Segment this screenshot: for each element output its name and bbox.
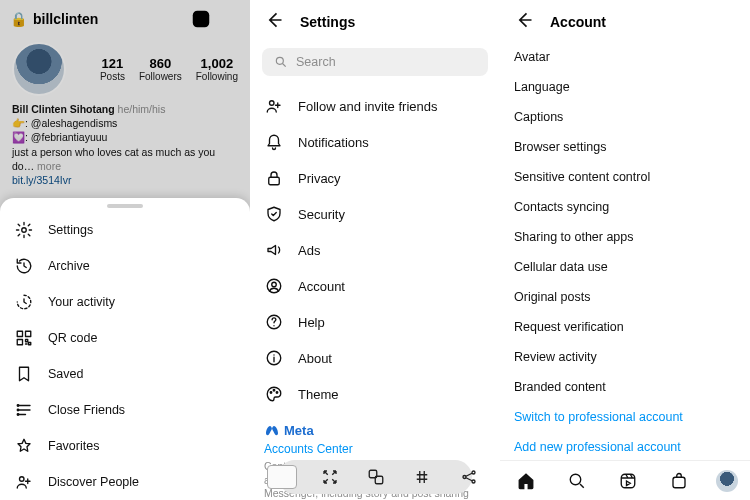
sheet-item-label: Saved: [48, 367, 83, 381]
svg-point-7: [17, 414, 19, 416]
account-title: Account: [550, 14, 606, 30]
svg-point-19: [276, 392, 278, 394]
notifications-icon: [264, 132, 284, 152]
sheet-item-label: Favorites: [48, 439, 99, 453]
settings-item-label: Follow and invite friends: [298, 99, 437, 114]
bio-link[interactable]: bit.ly/3514Ivr: [12, 174, 72, 186]
svg-point-8: [20, 477, 25, 482]
sheet-item-discover[interactable]: Discover People: [0, 464, 250, 500]
favorites-icon: [14, 436, 34, 456]
account-item[interactable]: Language: [514, 72, 736, 102]
settings-item-follow[interactable]: Follow and invite friends: [250, 88, 500, 124]
nav-shop-icon[interactable]: [665, 467, 693, 495]
account-item[interactable]: Browser settings: [514, 132, 736, 162]
sheet-item-favorites[interactable]: Favorites: [0, 428, 250, 464]
settings-item-label: Theme: [298, 387, 338, 402]
search-input[interactable]: Search: [262, 48, 488, 76]
account-item[interactable]: Avatar: [514, 42, 736, 72]
nav-profile-avatar[interactable]: [716, 470, 738, 492]
saved-icon: [14, 364, 34, 384]
avatar[interactable]: [12, 42, 66, 96]
sheet-item-settings[interactable]: Settings: [0, 212, 250, 248]
settings-item-label: Notifications: [298, 135, 369, 150]
profile-with-sheet-panel: 🔒 billclinten 121 Posts 860 Followers: [0, 0, 250, 500]
sheet-item-qr[interactable]: QR code: [0, 320, 250, 356]
svg-rect-27: [673, 477, 685, 488]
stat-posts[interactable]: 121 Posts: [100, 56, 125, 82]
security-icon: [264, 204, 284, 224]
sheet-item-label: Close Friends: [48, 403, 125, 417]
back-arrow-icon[interactable]: [514, 10, 534, 34]
bio-more[interactable]: more: [34, 160, 61, 172]
account-topbar: Account: [500, 0, 750, 42]
account-item[interactable]: Cellular data use: [514, 252, 736, 282]
svg-point-18: [273, 390, 275, 392]
account-item[interactable]: Contacts syncing: [514, 192, 736, 222]
hamburger-icon[interactable]: [218, 8, 240, 30]
discover-icon: [14, 472, 34, 492]
settings-item-help[interactable]: Help: [250, 304, 500, 340]
stat-followers[interactable]: 860 Followers: [139, 56, 182, 82]
svg-rect-12: [269, 177, 280, 185]
sheet-item-activity[interactable]: Your activity: [0, 284, 250, 320]
settings-topbar: Settings: [250, 0, 500, 42]
help-icon: [264, 312, 284, 332]
meta-brand-text: Meta: [284, 423, 314, 438]
qr-icon: [14, 328, 34, 348]
svg-rect-26: [621, 474, 635, 488]
account-item[interactable]: Sharing to other apps: [514, 222, 736, 252]
sheet-item-label: Discover People: [48, 475, 139, 489]
account-item[interactable]: Request verification: [514, 312, 736, 342]
account-icon: [264, 276, 284, 296]
settings-item-notifications[interactable]: Notifications: [250, 124, 500, 160]
toolbar-translate-icon[interactable]: [362, 463, 390, 491]
toolbar-recents-icon[interactable]: [267, 465, 297, 489]
stat-following-num: 1,002: [196, 56, 238, 71]
toolbar-share-icon[interactable]: [455, 463, 483, 491]
sheet-item-closefriends[interactable]: Close Friends: [0, 392, 250, 428]
settings-item-account[interactable]: Account: [250, 268, 500, 304]
sheet-item-archive[interactable]: Archive: [0, 248, 250, 284]
create-icon[interactable]: [190, 8, 212, 30]
nav-bar: [500, 460, 750, 500]
stat-following[interactable]: 1,002 Following: [196, 56, 238, 82]
account-link[interactable]: Add new professional account: [514, 432, 736, 462]
about-icon: [264, 348, 284, 368]
settings-item-label: Privacy: [298, 171, 341, 186]
settings-item-security[interactable]: Security: [250, 196, 500, 232]
ads-icon: [264, 240, 284, 260]
toolbar-expand-icon[interactable]: [316, 463, 344, 491]
follow-icon: [264, 96, 284, 116]
settings-item-theme[interactable]: Theme: [250, 376, 500, 412]
settings-item-about[interactable]: About: [250, 340, 500, 376]
bottom-sheet: SettingsArchiveYour activityQR codeSaved…: [0, 198, 250, 500]
svg-point-5: [17, 405, 19, 407]
account-item[interactable]: Original posts: [514, 282, 736, 312]
username-label[interactable]: billclinten: [33, 11, 184, 27]
svg-point-22: [463, 476, 466, 479]
account-link[interactable]: Switch to professional account: [514, 402, 736, 432]
account-item[interactable]: Captions: [514, 102, 736, 132]
nav-reels-icon[interactable]: [614, 467, 642, 495]
sheet-item-saved[interactable]: Saved: [0, 356, 250, 392]
bio-block: Bill Clinten Sihotang he/him/his 👉: @ale…: [0, 100, 250, 189]
bio-line3: 💟: @febriantiayuuu: [12, 131, 107, 143]
nav-search-icon[interactable]: [563, 467, 591, 495]
toolbar-hash-icon[interactable]: [408, 463, 436, 491]
settings-item-label: Help: [298, 315, 325, 330]
settings-item-ads[interactable]: Ads: [250, 232, 500, 268]
settings-list: Follow and invite friendsNotificationsPr…: [250, 88, 500, 412]
bio-line2: 👉: @aleshagendisms: [12, 117, 117, 129]
account-item[interactable]: Branded content: [514, 372, 736, 402]
stat-followers-label: Followers: [139, 71, 182, 82]
settings-item-privacy[interactable]: Privacy: [250, 160, 500, 196]
nav-home-icon[interactable]: [512, 467, 540, 495]
account-item[interactable]: Review activity: [514, 342, 736, 372]
profile-header: 🔒 billclinten: [0, 0, 250, 38]
account-item[interactable]: Sensitive content control: [514, 162, 736, 192]
theme-icon: [264, 384, 284, 404]
settings-title: Settings: [300, 14, 355, 30]
pronouns: he/him/his: [118, 103, 166, 115]
back-arrow-icon[interactable]: [264, 10, 284, 34]
grabber-handle[interactable]: [107, 204, 143, 208]
